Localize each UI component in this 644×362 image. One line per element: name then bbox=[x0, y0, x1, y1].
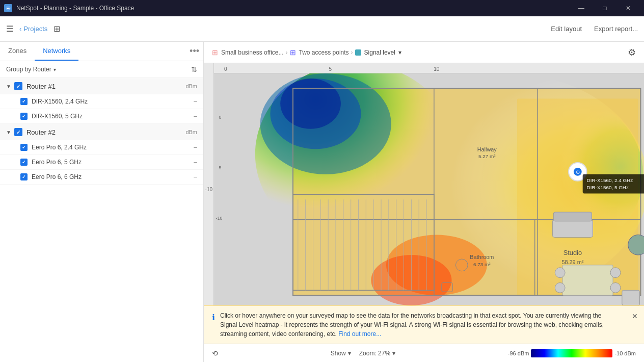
info-bar-text: Click or hover anywhere on your surveyed… bbox=[220, 311, 620, 339]
collapse-icon-1: ▼ bbox=[6, 84, 11, 89]
toolbar-right: Edit layout Export report... bbox=[551, 25, 638, 33]
router-unit-2: dBm bbox=[185, 129, 197, 135]
history-back-icon[interactable]: ⟲ bbox=[212, 349, 218, 357]
signal-level-label[interactable]: Signal level bbox=[364, 49, 395, 56]
breadcrumb-label-1[interactable]: Small business office... bbox=[221, 49, 284, 56]
svg-text:6.73 m²: 6.73 m² bbox=[473, 262, 491, 267]
network-item-0-0[interactable]: DIR-X1560, 2.4 GHz – bbox=[0, 94, 203, 109]
network-checkbox-0-1[interactable] bbox=[20, 113, 28, 120]
minimize-button[interactable]: — bbox=[570, 0, 593, 16]
network-signal-1-1: – bbox=[194, 159, 197, 166]
info-bar-content: Click or hover anywhere on your surveyed… bbox=[220, 312, 604, 338]
ruler-mark-5: 5 bbox=[329, 66, 332, 72]
info-bar-close-button[interactable]: ✕ bbox=[632, 311, 638, 322]
export-report-button[interactable]: Export report... bbox=[594, 25, 638, 33]
main-layout: Zones Networks ••• Group by Router ▾ ⇅ ▼… bbox=[0, 42, 644, 362]
legend-max: -10 dBm bbox=[614, 350, 636, 356]
svg-text:DIR-X1560, 5 GHz: DIR-X1560, 5 GHz bbox=[587, 185, 629, 191]
tabs-toolbar: Group by Router ▾ ⇅ bbox=[0, 61, 203, 78]
titlebar-left: NetSpot - Planning - Sample - Office Spa… bbox=[4, 4, 134, 12]
svg-text:DIR-X1560, 2.4 GHz: DIR-X1560, 2.4 GHz bbox=[587, 177, 633, 183]
network-item-0-1[interactable]: DIR-X1560, 5 GHz – bbox=[0, 109, 203, 124]
info-bar-link[interactable]: Find out more... bbox=[338, 330, 381, 338]
breadcrumb-nav: ⊞ Small business office... › ⊞ Two acces… bbox=[212, 48, 401, 57]
back-arrow-icon: ‹ bbox=[19, 25, 21, 33]
layout-toggle-icon[interactable]: ⊞ bbox=[53, 24, 60, 34]
network-item-1-2[interactable]: Eero Pro 6, 6 GHz – bbox=[0, 170, 203, 185]
network-checkbox-1-0[interactable] bbox=[20, 144, 28, 151]
svg-point-52 bbox=[610, 282, 621, 293]
sort-button[interactable]: ⇅ bbox=[191, 65, 197, 73]
tab-networks[interactable]: Networks bbox=[35, 42, 78, 61]
map-container[interactable]: 0 5 10 -10 bbox=[204, 63, 644, 305]
group-selector[interactable]: Group by Router ▾ bbox=[6, 66, 56, 73]
router-group-1: ▼ Router #1 dBm DIR-X1560, 2.4 GHz – DIR… bbox=[0, 78, 203, 124]
app-title: NetSpot - Planning - Sample - Office Spa… bbox=[16, 5, 134, 12]
network-checkbox-1-1[interactable] bbox=[20, 159, 28, 166]
network-signal-1-0: – bbox=[194, 144, 197, 151]
right-panel: ⊞ Small business office... › ⊞ Two acces… bbox=[204, 42, 644, 362]
network-checkbox-1-2[interactable] bbox=[20, 173, 28, 180]
router-checkbox-1[interactable] bbox=[14, 82, 22, 90]
svg-rect-45 bbox=[552, 220, 593, 238]
network-checkbox-0-0[interactable] bbox=[20, 98, 28, 105]
toolbar-left: ☰ ‹ Projects ⊞ bbox=[6, 24, 60, 34]
router-group-2: ▼ Router #2 dBm Eero Pro 6, 2.4 GHz – Ee… bbox=[0, 124, 203, 185]
svg-point-50 bbox=[555, 282, 565, 293]
bottom-left: ⟲ bbox=[212, 349, 218, 357]
zoom-button[interactable]: Zoom: 27% ▾ bbox=[359, 350, 395, 357]
breadcrumb-sep-1: › bbox=[286, 49, 288, 56]
more-options-button[interactable]: ••• bbox=[185, 42, 203, 61]
legend-gradient-bar bbox=[531, 349, 612, 357]
router-name-2: Router #2 bbox=[26, 128, 185, 136]
titlebar: NetSpot - Planning - Sample - Office Spa… bbox=[0, 0, 644, 16]
svg-rect-46 bbox=[553, 212, 592, 221]
zoom-chevron-icon: ▾ bbox=[392, 350, 395, 357]
router-header-content-1: ▼ Router #1 bbox=[6, 82, 185, 90]
chevron-down-icon: ▾ bbox=[53, 67, 56, 72]
network-name-1-1: Eero Pro 6, 5 GHz bbox=[32, 159, 194, 166]
network-name-1-2: Eero Pro 6, 6 GHz bbox=[32, 173, 194, 180]
ruler-left: -10 bbox=[204, 63, 214, 305]
tab-zones[interactable]: Zones bbox=[0, 42, 35, 61]
svg-text:Hallway: Hallway bbox=[477, 146, 497, 152]
edit-layout-button[interactable]: Edit layout bbox=[551, 25, 582, 33]
signal-level-chevron: ▾ bbox=[398, 49, 401, 56]
signal-legend: -96 dBm -10 dBm bbox=[508, 349, 636, 357]
projects-nav[interactable]: ‹ Projects bbox=[19, 25, 47, 33]
breadcrumb-item-1[interactable]: ⊞ Small business office... bbox=[212, 48, 284, 57]
projects-label[interactable]: Projects bbox=[23, 25, 47, 33]
breadcrumb-label-2[interactable]: Two access points bbox=[299, 49, 349, 56]
router-header-1[interactable]: ▼ Router #1 dBm bbox=[0, 78, 203, 94]
router-checkbox-2[interactable] bbox=[14, 128, 22, 136]
svg-point-49 bbox=[555, 268, 565, 278]
collapse-icon-2: ▼ bbox=[6, 130, 11, 135]
info-icon: ℹ bbox=[212, 312, 215, 324]
info-bar: ℹ Click or hover anywhere on your survey… bbox=[204, 305, 644, 344]
map-settings-icon[interactable]: ⚙ bbox=[628, 47, 636, 58]
floor-plan-icon: ⊞ bbox=[212, 48, 218, 57]
breadcrumb-item-2[interactable]: ⊞ Two access points bbox=[290, 48, 349, 57]
maximize-button[interactable]: □ bbox=[593, 0, 616, 16]
signal-level-selector[interactable]: Signal level ▾ bbox=[355, 49, 401, 56]
network-item-1-0[interactable]: Eero Pro 6, 2.4 GHz – bbox=[0, 140, 203, 155]
main-toolbar: ☰ ‹ Projects ⊞ Edit layout Export report… bbox=[0, 16, 644, 42]
close-button[interactable]: ✕ bbox=[616, 0, 640, 16]
svg-text:0: 0 bbox=[219, 115, 222, 120]
signal-level-dot bbox=[355, 49, 361, 56]
show-button[interactable]: Show ▾ bbox=[331, 350, 351, 357]
bottom-center: Show ▾ Zoom: 27% ▾ bbox=[331, 350, 395, 357]
network-signal-0-1: – bbox=[194, 113, 197, 120]
window-controls: — □ ✕ bbox=[570, 0, 640, 16]
svg-rect-53 bbox=[622, 290, 640, 305]
map-content: Studio 58.29 m² Bathroom 6.73 m² Hallway… bbox=[214, 73, 644, 305]
svg-text:58.29 m²: 58.29 m² bbox=[561, 259, 583, 265]
access-points-icon: ⊞ bbox=[290, 48, 296, 57]
router-header-2[interactable]: ▼ Router #2 dBm bbox=[0, 124, 203, 140]
app-icon bbox=[4, 4, 12, 12]
breadcrumb-sep-2: › bbox=[351, 49, 353, 56]
hamburger-icon[interactable]: ☰ bbox=[6, 24, 13, 34]
map-svg: Studio 58.29 m² Bathroom 6.73 m² Hallway… bbox=[214, 73, 644, 305]
network-item-1-1[interactable]: Eero Pro 6, 5 GHz – bbox=[0, 155, 203, 170]
ruler-mark-0: 0 bbox=[224, 66, 227, 72]
